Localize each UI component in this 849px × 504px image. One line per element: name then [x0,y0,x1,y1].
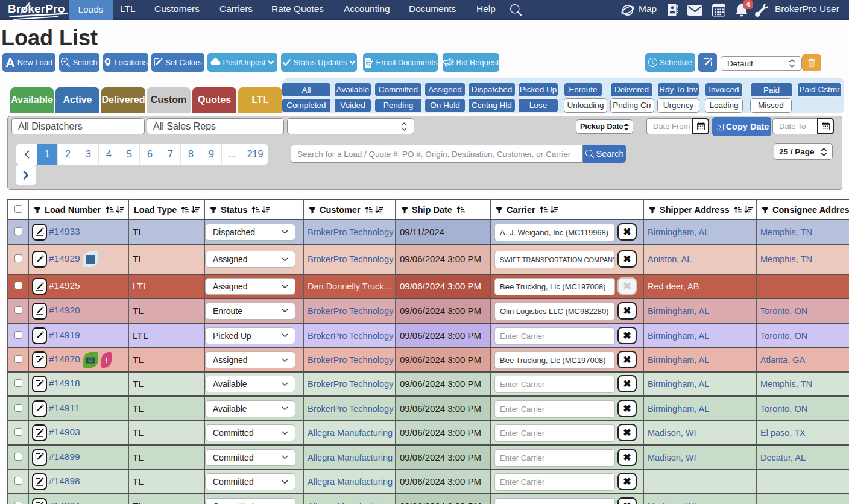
svg-text:BrokerPro: BrokerPro [8,2,65,15]
